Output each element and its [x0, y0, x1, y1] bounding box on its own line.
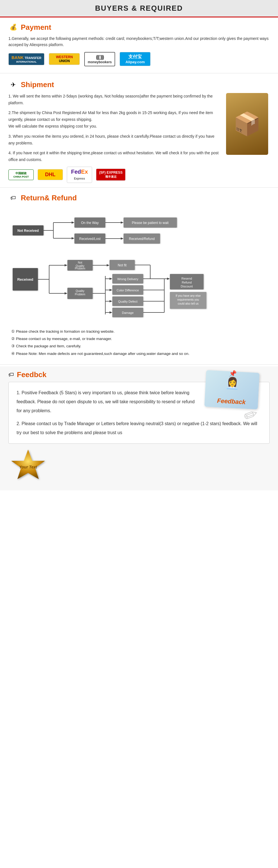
flow-not-received: Not Received	[18, 229, 39, 232]
delivery-person-illustration: 📦	[226, 93, 268, 155]
svg-text:could also tell us: could also tell us	[178, 302, 199, 305]
flowchart-svg: Not Received On the Way Please be patien…	[10, 206, 268, 324]
carrier-logos: 中国邮政 CHINA POST DHL FedEx Express (SF) E…	[8, 167, 222, 183]
carrier-sf: (SF) EXPRESS 顺丰速运	[96, 168, 126, 181]
svg-marker-14	[121, 238, 124, 240]
svg-marker-7	[72, 237, 74, 240]
feedback-content-box: 📌 👩‍💼 Feedback 1. Positive Feedback (5 S…	[8, 382, 270, 444]
payment-heading: Payment	[21, 23, 51, 32]
refund-section: 🏷 Return& Refund Not Received	[0, 189, 278, 363]
logo-bank-transfer: BANK TRANSFERINTERNATIONAL	[8, 53, 44, 65]
svg-marker-23	[65, 292, 67, 294]
svg-text:Problem: Problem	[75, 267, 85, 270]
carrier-fedex: FedEx Express	[67, 167, 92, 183]
payment-title-row: 💰 Payment	[8, 23, 270, 32]
shipment-title-row: ✈ Shipment	[8, 80, 270, 90]
svg-marker-37	[109, 289, 112, 291]
feedback-section-icon: 🏷	[8, 371, 14, 378]
carrier-chinapost: 中国邮政 CHINA POST	[8, 169, 34, 180]
svg-marker-50	[167, 278, 170, 280]
carrier-dhl: DHL	[38, 169, 63, 180]
refund-title-row: 🏷 Return& Refund	[8, 193, 270, 203]
svg-marker-20	[65, 264, 67, 267]
flow-on-the-way: On the Way	[81, 221, 99, 225]
flow-received-refund: Received/Refund	[129, 237, 155, 241]
feedback-heading: Feedbck	[17, 370, 47, 379]
refund-icon: 🏷	[8, 193, 18, 203]
flow-not-fit: Not fit	[118, 263, 127, 267]
page-header: BUYERS & REQUIRED	[0, 0, 278, 18]
flow-not-quality: Not	[78, 261, 82, 264]
logo-western-union: WESTERNUNION	[49, 53, 80, 65]
shipment-para-3: 3. When you receive the items you ordere…	[8, 133, 222, 147]
svg-marker-10	[121, 221, 124, 224]
shipment-section: ✈ Shipment 1. We will sent the items wit…	[0, 75, 278, 186]
flow-please-wait: Please be patient to wait	[132, 221, 169, 225]
shipment-image-column: 📦	[224, 93, 270, 183]
refund-heading: Return& Refund	[21, 194, 77, 202]
note-2: ② Please contact us by meesage, e-mail, …	[11, 336, 270, 342]
pin-icon: 📌	[229, 367, 237, 380]
star-badge-svg: Your Text	[8, 448, 48, 485]
flowchart-wrapper: Not Received On the Way Please be patien…	[8, 206, 270, 324]
payment-logos: BANK TRANSFERINTERNATIONAL WESTERNUNION …	[8, 52, 270, 66]
payment-icon: 💰	[8, 23, 18, 32]
svg-text:requirements you: requirements you	[177, 298, 199, 301]
svg-marker-39	[109, 300, 112, 302]
shipment-para-2: 2.The shipment by China Post Registered …	[8, 110, 222, 129]
logo-moneybookers: ((( )))moneybookers	[84, 52, 115, 66]
flow-resend: Resend	[181, 277, 192, 280]
shipment-para-1: 1. We will sent the items within 2-5days…	[8, 93, 222, 106]
shipment-content: 1. We will sent the items within 2-5days…	[8, 93, 270, 183]
flow-wrong-delivery: Wrong Delivery	[117, 277, 138, 281]
svg-text:Problem: Problem	[75, 293, 85, 296]
svg-marker-62	[11, 450, 45, 479]
svg-marker-41	[109, 311, 112, 314]
shipment-text-column: 1. We will sent the items within 2-5days…	[8, 93, 222, 183]
note-3: ③ Check the package and Item, carefully.	[11, 343, 270, 349]
flow-color-difference: Color Difference	[116, 288, 139, 292]
feedback-section: 🏷 Feedbck 📌 👩‍💼 Feedback 1. Positive Fee…	[0, 366, 278, 490]
svg-marker-35	[109, 278, 112, 280]
shipment-heading: Shipment	[21, 81, 54, 89]
note-1: ① Please check the tracking in formation…	[11, 329, 270, 334]
feedback-para-2: 2. Please contact us by Trade Manager or…	[16, 419, 262, 437]
shipment-icon: ✈	[8, 80, 18, 90]
page-title: BUYERS & REQUIRED	[0, 4, 278, 13]
payment-section: 💰 Payment 1.Generally, we accept the fol…	[0, 18, 278, 71]
footer-badge-row: Your Text	[8, 448, 270, 485]
flow-else-note: If you have any else	[176, 294, 201, 297]
refund-notes: ① Please check the tracking in formation…	[8, 329, 270, 356]
payment-body: 1.Generally, we accept the following pay…	[8, 35, 270, 48]
gold-star-badge: Your Text	[8, 448, 48, 485]
logo-alipay: 支付宝Alipay.com	[119, 52, 150, 66]
svg-marker-4	[72, 221, 74, 224]
flow-received-lost: Received/Lost	[79, 237, 101, 241]
svg-marker-28	[107, 264, 109, 267]
svg-text:Refund: Refund	[182, 281, 192, 284]
svg-text:Discount: Discount	[181, 285, 193, 288]
badge-text: Your Text	[19, 465, 37, 469]
flow-quality-defect: Quality Defect	[118, 300, 137, 303]
flow-damage: Damage	[122, 311, 134, 314]
flow-received: Received	[17, 277, 33, 282]
shipment-para-4: 4. If you have not got it within the shi…	[8, 150, 222, 163]
note-4: ④ Please Note: Men made defects are not …	[11, 351, 270, 356]
flow-quality-problem: Quality	[75, 289, 84, 292]
